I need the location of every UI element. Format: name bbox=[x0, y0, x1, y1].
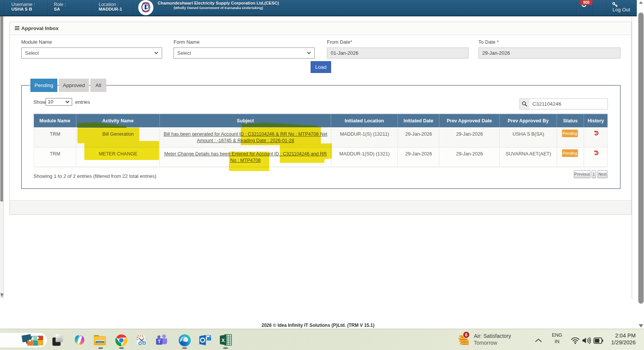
svg-text:X: X bbox=[221, 337, 225, 343]
svg-text:T: T bbox=[158, 339, 161, 344]
